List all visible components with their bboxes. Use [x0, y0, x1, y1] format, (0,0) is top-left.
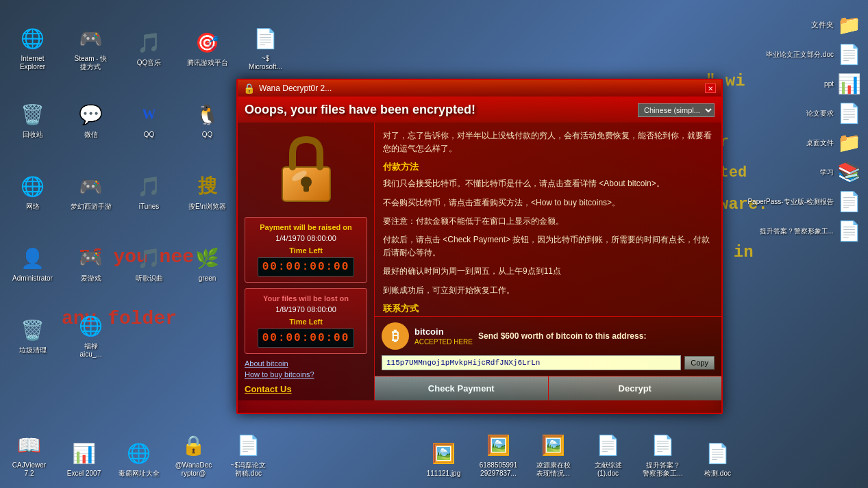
timer-1-display: 00:00:00:00	[258, 257, 355, 277]
lit-review-label: 文献综述(1).doc	[595, 461, 622, 478]
icon-qq[interactable]: 🐧 QQ	[182, 86, 233, 154]
icon-school-record[interactable]: 🖼️ 凌源康在校表现情况...	[528, 428, 579, 481]
thesis-icon: 📄	[837, 43, 861, 66]
icon-word2007[interactable]: W QQ	[123, 86, 175, 154]
icon-paperpass[interactable]: PaperPass-专业版-检测报告 📄	[747, 190, 861, 213]
bitcoin-text: bitcoin	[414, 326, 473, 338]
icon-ppt[interactable]: ppt 📊	[824, 73, 861, 95]
icon-aiyouxi[interactable]: 🎮 爱游戏	[65, 229, 116, 298]
lock-icon	[275, 136, 337, 205]
svg-rect-2	[303, 182, 309, 192]
icon-wanadecryptor[interactable]: 🔒 @WanaDecryptor@	[168, 428, 219, 481]
icon-trash-clean[interactable]: 🗑️ 垃圾清理	[7, 301, 58, 370]
word-icon: W	[136, 101, 163, 128]
dialog-titlebar: 🔒 Wana Decrypt0r 2... ✕	[238, 80, 721, 97]
language-select[interactable]: Chinese (simpl...	[638, 103, 715, 117]
icon-literature-review[interactable]: 📄 文献综述(1).doc	[582, 428, 634, 481]
icon-se[interactable]: 搜 搜E\n浏览器	[182, 157, 233, 226]
bitcoin-row: ₿ bitcoin ACCEPTED HERE Send $600 worth …	[382, 322, 715, 350]
icon-tencent-games[interactable]: 🎯 腾讯游戏平台	[182, 14, 233, 82]
left-panel: Payment will be raised on 1/4/1970 08:00…	[238, 123, 375, 400]
icon-internet-explorer[interactable]: 🌐 InternetExplorer	[7, 14, 58, 82]
payment-raise-label: Payment will be raised on	[251, 223, 361, 231]
icon-recycle-bin[interactable]: 🗑️ 回收站	[7, 86, 58, 154]
right-panel: 对了，忘了告诉你，对半年以上没钱付款的穷人，会有活动免费恢复，能否轮到你，就要看…	[375, 123, 721, 400]
paperpass-label: PaperPass-专业版-检测报告	[747, 197, 834, 207]
timer-2-display: 00:00:00:00	[258, 329, 355, 348]
time-left-label-1: Time Left	[251, 246, 361, 255]
send-amount-text: Send $600 worth of bitcoin to this addre…	[478, 331, 646, 341]
icon-menghuanxiyou[interactable]: 🎮 梦幻西游手游	[65, 157, 116, 226]
icon-answer-q[interactable]: 📄 提升答案？警察形象工...	[637, 428, 689, 481]
answer-q-label: 提升答案？警察形象工...	[643, 461, 682, 478]
file-folder-label: 文件夹	[811, 20, 834, 30]
icon-poison[interactable]: 🌐 毒霸网址大全	[113, 436, 164, 481]
ms-label: ~$Microsoft...	[249, 55, 282, 71]
steam-label: Steam - 快捷方式	[75, 55, 108, 71]
icon-answer[interactable]: 提升答案？警察形象工... 📄	[760, 220, 861, 242]
icon-study[interactable]: 学习 📚	[820, 161, 861, 183]
dialog-header: Ooops, your files have been encrypted! C…	[238, 97, 721, 123]
fulu2-icon: 🌐	[77, 312, 105, 339]
files-lost-label: Your files will be lost on	[251, 294, 361, 303]
img111121-label: 111121.jpg	[427, 470, 461, 478]
dialog-close-button[interactable]: ✕	[705, 84, 716, 93]
doc-fenglei-label: ~$冯磊论文初稿.doc	[231, 461, 266, 478]
how-to-buy-link[interactable]: How to buy bitcoins?	[245, 370, 367, 378]
fulu2-label: 福禄aicu_...	[79, 342, 101, 359]
contact-us-button[interactable]: Contact Us	[245, 384, 367, 394]
wannacry-dialog: 🔒 Wana Decrypt0r 2... ✕ Ooops, your file…	[236, 79, 723, 414]
icon-music-id[interactable]: 🎵 听歌识曲	[123, 229, 175, 298]
aiyouxi-label: 爱游戏	[81, 274, 101, 283]
icon-microsoft[interactable]: 📄 ~$Microsoft...	[240, 14, 291, 82]
icon-doc-fenglei[interactable]: 📄 ~$冯磊论文初稿.doc	[223, 428, 274, 481]
qq-icon: 🐧	[194, 101, 221, 128]
wana-label: @WanaDecryptor@	[175, 461, 212, 478]
icon-fulu2[interactable]: 🌐 福禄aicu_...	[65, 301, 116, 370]
aiyouxi-icon: 🎮	[77, 244, 105, 272]
admin-label: Administrator	[12, 274, 53, 283]
icon-excel2007[interactable]: 📊 Excel 2007	[58, 436, 110, 481]
icon-detect[interactable]: 📄 检测.doc	[692, 436, 743, 481]
address-row: Copy	[382, 355, 715, 370]
copy-address-button[interactable]: Copy	[684, 356, 715, 370]
icon-desktop-file[interactable]: 桌面文件 📁	[806, 131, 861, 154]
about-bitcoin-link[interactable]: About bitcoin	[245, 359, 367, 368]
payment-raise-timer: Payment will be raised on 1/4/1970 08:00…	[245, 217, 367, 283]
files-lost-timer: Your files will be lost on 1/8/1970 08:0…	[245, 288, 367, 354]
school-record-label: 凌源康在校表现情况...	[536, 461, 571, 478]
icon-6188[interactable]: 🖼️ 618850599129297837...	[473, 428, 524, 481]
text-para1: 对了，忘了告诉你，对半年以上没钱付款的穷人，会有活动免费恢复，能否轮到你，就要看…	[383, 129, 713, 155]
icon-111121[interactable]: 🖼️ 111121.jpg	[418, 436, 469, 481]
answer-q-icon: 📄	[649, 431, 677, 459]
icon-itunes[interactable]: 🎵 iTunes	[123, 157, 175, 226]
icon-thesis[interactable]: 毕业论文正文部分.doc 📄	[766, 43, 861, 66]
icon-steam[interactable]: 🎮 Steam - 快捷方式	[65, 14, 116, 82]
icon-thesis-req[interactable]: 论文要求 📄	[806, 102, 861, 125]
qq-music-icon: 🎵	[136, 29, 163, 56]
ie-label: InternetExplorer	[20, 55, 45, 71]
mhxy-icon: 🎮	[77, 172, 105, 200]
icon-green[interactable]: 🌿 green	[182, 229, 233, 298]
desktop: If you nee any folder " wi ndow, then yo…	[0, 0, 868, 488]
icon-qq-music[interactable]: 🎵 QQ音乐	[123, 14, 175, 82]
tencent-label: 腾讯游戏平台	[187, 59, 228, 67]
check-payment-button[interactable]: Check Payment	[375, 376, 549, 400]
bitcoin-payment-section: ₿ bitcoin ACCEPTED HERE Send $600 worth …	[375, 316, 721, 376]
bitcoin-address-field[interactable]	[382, 355, 681, 370]
icon-network[interactable]: 🌐 网络	[7, 157, 58, 226]
files-lost-date: 1/8/1970 08:00:00	[251, 305, 361, 313]
icon-wechat[interactable]: 💬 微信	[65, 86, 116, 154]
contact-title: 联系方式	[383, 303, 713, 315]
icon-cajviewer[interactable]: 📖 CAJViewer7.2	[3, 428, 55, 481]
tencent-icon: 🎯	[194, 29, 221, 56]
excel-label: Excel 2007	[67, 470, 101, 478]
recycle-label: 回收站	[23, 131, 43, 139]
text-para7: 到账成功后，可立刻开始恢复工作。	[383, 284, 713, 297]
img6188-icon: 🖼️	[485, 431, 512, 459]
decrypt-button[interactable]: Decrypt	[549, 376, 722, 400]
se-icon: 搜	[194, 172, 221, 200]
icon-administrator[interactable]: 👤 Administrator	[7, 229, 58, 298]
text-content: 对了，忘了告诉你，对半年以上没钱付款的穷人，会有活动免费恢复，能否轮到你，就要看…	[375, 123, 721, 316]
icon-file-folder[interactable]: 文件夹 📁	[811, 14, 861, 36]
